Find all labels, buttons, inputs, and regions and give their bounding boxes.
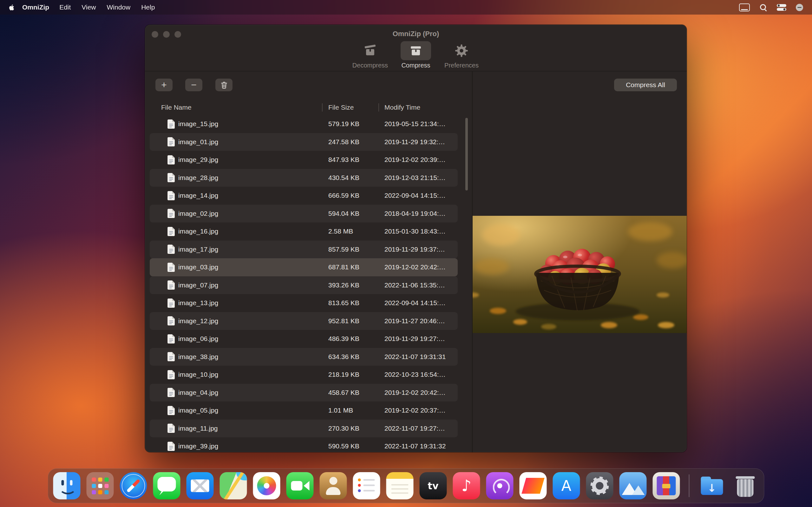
file-icon: [167, 119, 175, 129]
dock-mountain[interactable]: [619, 472, 647, 499]
remove-files-button[interactable]: −: [185, 78, 202, 91]
modify-time-cell: 2019-11-27 20:46:…: [385, 312, 445, 330]
modify-time-cell: 2019-11-29 19:32:…: [385, 133, 445, 151]
menu-help[interactable]: Help: [136, 3, 160, 11]
column-header-modify-time[interactable]: Modify Time: [385, 101, 420, 114]
modify-time-cell: 2019-12-02 20:37:…: [385, 401, 446, 419]
file-size-cell: 430.54 KB: [328, 169, 359, 187]
dock-finder[interactable]: [53, 472, 81, 499]
dock-messages[interactable]: [153, 472, 181, 499]
dock-facetime[interactable]: [287, 472, 314, 499]
app-store-icon: A: [553, 472, 580, 499]
table-row[interactable]: image_01.jpg247.58 KB2019-11-29 19:32:…: [150, 133, 458, 151]
file-icon: [167, 352, 175, 361]
file-name-cell: image_39.jpg: [167, 437, 218, 452]
table-row[interactable]: image_39.jpg590.59 KB2022-11-07 19:31:32: [150, 437, 458, 452]
clear-files-button[interactable]: [215, 78, 233, 91]
omnizip-window: OmniZip (Pro) Decompress: [145, 25, 687, 452]
preview-image: [473, 216, 687, 333]
dock-music[interactable]: ♪: [453, 472, 480, 499]
modify-time-cell: 2022-11-06 15:35:…: [385, 276, 445, 294]
dock-podcasts[interactable]: [486, 472, 513, 499]
file-icon: [167, 406, 175, 415]
file-name-cell: image_17.jpg: [167, 240, 218, 259]
file-name-cell: image_14.jpg: [167, 187, 218, 205]
menu-window[interactable]: Window: [101, 3, 136, 11]
table-row[interactable]: image_15.jpg579.19 KB2019-05-15 21:34:…: [150, 115, 458, 133]
table-row[interactable]: image_06.jpg486.39 KB2019-11-29 19:27:…: [150, 330, 458, 348]
menu-view[interactable]: View: [76, 3, 101, 11]
modify-time-cell: 2019-12-02 20:39:…: [385, 151, 446, 169]
compress-all-button[interactable]: Compress All: [614, 78, 677, 91]
dock-safari[interactable]: [120, 472, 147, 499]
spotlight-search-icon[interactable]: [759, 3, 767, 11]
dock-trash[interactable]: [732, 472, 759, 499]
table-row[interactable]: image_12.jpg952.81 KB2019-11-27 20:46:…: [150, 312, 458, 330]
modify-time-cell: 2019-11-29 19:37:…: [385, 240, 445, 259]
dock-notes[interactable]: [386, 472, 414, 499]
file-size-cell: 2.58 MB: [328, 222, 353, 240]
dock-contacts[interactable]: [320, 472, 347, 499]
apple-logo-icon[interactable]: [8, 3, 15, 11]
table-header: File Name File Size Modify Time: [150, 101, 458, 114]
file-name-cell: image_16.jpg: [167, 222, 218, 240]
toolbar-label-preferences: Preferences: [444, 62, 478, 69]
display-icon[interactable]: [739, 3, 750, 11]
table-row[interactable]: image_04.jpg458.67 KB2019-12-02 20:42:…: [150, 384, 458, 402]
dock-maps[interactable]: [220, 472, 247, 499]
control-center-icon[interactable]: [777, 4, 786, 11]
file-size-cell: 590.59 KB: [328, 437, 359, 452]
table-row[interactable]: image_14.jpg666.59 KB2022-09-04 14:15:…: [150, 187, 458, 205]
table-row[interactable]: image_11.jpg270.30 KB2022-11-07 19:27:…: [150, 419, 458, 438]
apple-tv-icon: tv: [420, 472, 447, 499]
menubar-app-name[interactable]: OmniZip: [17, 3, 54, 11]
column-header-file-name[interactable]: File Name: [161, 101, 192, 114]
table-row[interactable]: image_17.jpg857.59 KB2019-11-29 19:37:…: [150, 240, 458, 259]
dock-reminders[interactable]: [353, 472, 380, 499]
file-size-cell: 594.04 KB: [328, 205, 359, 223]
file-icon: [167, 334, 175, 343]
dock-settings[interactable]: [586, 472, 613, 499]
toolbar-item-preferences[interactable]: Preferences: [443, 41, 480, 69]
menu-bar-left: OmniZip Edit View Window Help: [0, 3, 160, 11]
table-row[interactable]: image_38.jpg634.36 KB2022-11-07 19:31:31: [150, 348, 458, 366]
dock-news[interactable]: [519, 472, 547, 499]
file-size-cell: 666.59 KB: [328, 187, 359, 205]
dock-omnizip[interactable]: [653, 472, 680, 499]
table-row[interactable]: image_10.jpg218.19 KB2022-10-23 16:54:…: [150, 366, 458, 384]
downloads-folder-icon: ↓: [699, 472, 726, 499]
modify-time-cell: 2022-09-04 14:15:…: [385, 187, 446, 205]
modify-time-cell: 2022-10-23 16:54:…: [385, 366, 446, 384]
dock-mail[interactable]: [187, 472, 214, 499]
file-name-cell: image_28.jpg: [167, 169, 218, 187]
table-row[interactable]: image_29.jpg847.93 KB2019-12-02 20:39:…: [150, 151, 458, 169]
table-row[interactable]: image_07.jpg393.26 KB2022-11-06 15:35:…: [150, 276, 458, 294]
scrollbar-thumb[interactable]: [465, 118, 468, 190]
table-row[interactable]: image_03.jpg687.81 KB2019-12-02 20:42:…: [150, 258, 458, 276]
toolbar-item-decompress[interactable]: Decompress: [351, 41, 389, 69]
dock-tv[interactable]: tv: [420, 472, 447, 499]
file-name-cell: image_13.jpg: [167, 294, 218, 312]
file-table-body: image_15.jpg579.19 KB2019-05-15 21:34:…i…: [150, 115, 458, 452]
table-row[interactable]: image_02.jpg594.04 KB2018-04-19 19:04:…: [150, 205, 458, 223]
table-row[interactable]: image_28.jpg430.54 KB2019-12-03 21:15:…: [150, 169, 458, 187]
menu-edit[interactable]: Edit: [54, 3, 76, 11]
table-row[interactable]: image_16.jpg2.58 MB2015-01-30 18:43:…: [150, 222, 458, 240]
table-row[interactable]: image_05.jpg1.01 MB2019-12-02 20:37:…: [150, 401, 458, 419]
file-name-cell: image_12.jpg: [167, 312, 218, 330]
dock-downloads[interactable]: ↓: [699, 472, 726, 499]
file-name-cell: image_29.jpg: [167, 151, 218, 169]
toolbar-item-compress[interactable]: Compress: [397, 41, 435, 69]
add-files-button[interactable]: +: [155, 78, 172, 91]
dock-launchpad[interactable]: [87, 472, 114, 499]
minus-circle-icon[interactable]: [796, 4, 803, 11]
table-row[interactable]: image_13.jpg813.65 KB2022-09-04 14:15:…: [150, 294, 458, 312]
trash-icon: [220, 81, 229, 89]
file-name-cell: image_10.jpg: [167, 366, 218, 384]
file-size-cell: 270.30 KB: [328, 419, 359, 438]
column-header-file-size[interactable]: File Size: [328, 101, 354, 114]
file-name-cell: image_02.jpg: [167, 205, 218, 223]
dock-appstore[interactable]: A: [553, 472, 580, 499]
dock-photos[interactable]: [253, 472, 281, 499]
file-icon: [167, 155, 175, 164]
